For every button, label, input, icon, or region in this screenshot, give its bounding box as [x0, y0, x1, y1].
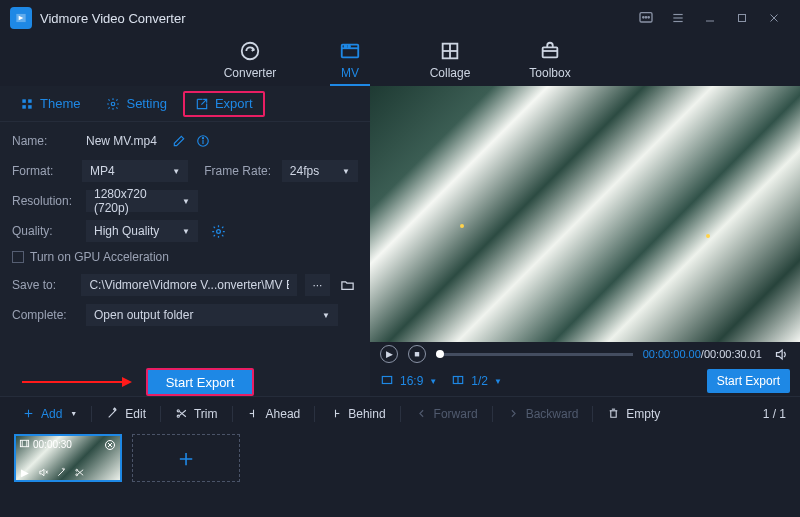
split-dropdown[interactable]: 1/2 ▼: [451, 373, 502, 390]
format-value: MP4: [90, 164, 115, 178]
nav-converter-label: Converter: [224, 66, 277, 80]
start-export-button[interactable]: Start Export: [146, 368, 254, 396]
clip-mute-icon[interactable]: [37, 466, 49, 478]
player-controls: ▶ ■ 00:00:00.00/00:00:30.01: [370, 342, 800, 366]
mini-start-export-button[interactable]: Start Export: [707, 369, 790, 393]
quality-value: High Quality: [94, 224, 159, 238]
nav-collage[interactable]: Collage: [420, 40, 480, 86]
wand-icon: [106, 407, 119, 420]
complete-dropdown[interactable]: Open output folder▼: [86, 304, 338, 326]
nav-mv[interactable]: MV: [320, 40, 380, 86]
subtab-theme[interactable]: Theme: [10, 91, 90, 117]
quality-settings-icon[interactable]: [210, 223, 226, 239]
volume-icon[interactable]: [772, 345, 790, 363]
progress-bar[interactable]: [436, 353, 633, 356]
forward-label: Forward: [434, 407, 478, 421]
clip-thumbnail[interactable]: 00:00:30 ▶: [14, 434, 122, 482]
film-icon: [19, 438, 30, 451]
svg-rect-23: [28, 105, 32, 109]
scissors-icon: [175, 407, 188, 420]
open-folder-icon[interactable]: [338, 274, 358, 296]
backward-label: Backward: [526, 407, 579, 421]
chevron-down-icon: ▼: [182, 197, 190, 206]
export-icon: [195, 97, 209, 111]
aspect-dropdown[interactable]: 16:9 ▼: [380, 373, 437, 390]
app-logo: [10, 7, 32, 29]
saveto-path[interactable]: C:\Vidmore\Vidmore V...onverter\MV Expor…: [81, 274, 297, 296]
saveto-value: C:\Vidmore\Vidmore V...onverter\MV Expor…: [89, 278, 289, 292]
play-button[interactable]: ▶: [380, 345, 398, 363]
mv-left-panel: Theme Setting Export Name: New MV.mp4: [0, 86, 370, 396]
svg-point-27: [202, 138, 203, 139]
checkbox-icon: [12, 251, 24, 263]
ahead-icon: [247, 407, 260, 420]
nav-mv-label: MV: [341, 66, 359, 80]
chevron-down-icon: ▼: [172, 167, 180, 176]
close-icon[interactable]: [758, 2, 790, 34]
stop-button[interactable]: ■: [408, 345, 426, 363]
edit-name-icon[interactable]: [171, 133, 187, 149]
svg-rect-21: [28, 99, 32, 103]
subtab-setting-label: Setting: [126, 96, 166, 111]
chevron-down-icon: ▼: [342, 167, 350, 176]
mv-sub-tabs: Theme Setting Export: [0, 86, 370, 122]
empty-button[interactable]: Empty: [599, 402, 668, 426]
nav-converter[interactable]: Converter: [220, 40, 280, 86]
svg-point-28: [216, 229, 220, 233]
resolution-value: 1280x720 (720p): [94, 187, 176, 215]
empty-label: Empty: [626, 407, 660, 421]
clip-trim-icon[interactable]: [73, 466, 85, 478]
saveto-label: Save to:: [12, 278, 73, 292]
browse-button[interactable]: ···: [305, 274, 329, 296]
time-display: 00:00:00.00/00:00:30.01: [643, 348, 762, 360]
annotation-arrow: [22, 377, 132, 387]
preview-panel: ▶ ■ 00:00:00.00/00:00:30.01 16:9 ▼ 1/2 ▼…: [370, 86, 800, 396]
add-button[interactable]: Add ▼: [14, 402, 85, 426]
preview-area[interactable]: [370, 86, 800, 342]
plus-icon: ＋: [174, 442, 198, 474]
trim-label: Trim: [194, 407, 218, 421]
format-label: Format:: [12, 164, 74, 178]
svg-point-14: [348, 46, 350, 48]
chevron-left-icon: [415, 407, 428, 420]
backward-button[interactable]: Backward: [499, 402, 587, 426]
quality-label: Quality:: [12, 224, 78, 238]
subtab-export[interactable]: Export: [183, 91, 265, 117]
trim-button[interactable]: Trim: [167, 402, 226, 426]
feedback-icon[interactable]: [630, 2, 662, 34]
edit-button[interactable]: Edit: [98, 402, 154, 426]
nav-collage-label: Collage: [430, 66, 471, 80]
nav-toolbox-label: Toolbox: [529, 66, 570, 80]
minimize-icon[interactable]: [694, 2, 726, 34]
menu-icon[interactable]: [662, 2, 694, 34]
ahead-button[interactable]: Ahead: [239, 402, 309, 426]
mini-start-export-label: Start Export: [717, 374, 780, 388]
gpu-checkbox-row[interactable]: Turn on GPU Acceleration: [12, 250, 358, 264]
nav-toolbox[interactable]: Toolbox: [520, 40, 580, 86]
plus-icon: [22, 407, 35, 420]
add-clip-button[interactable]: ＋: [132, 434, 240, 482]
clip-play-icon[interactable]: ▶: [19, 466, 31, 478]
quality-dropdown[interactable]: High Quality▼: [86, 220, 198, 242]
svg-point-2: [645, 17, 646, 18]
add-label: Add: [41, 407, 62, 421]
subtab-setting[interactable]: Setting: [96, 91, 176, 117]
export-form: Name: New MV.mp4 Format: MP4▼ Frame Rate…: [0, 122, 370, 396]
preview-subcontrols: 16:9 ▼ 1/2 ▼ Start Export: [370, 366, 800, 396]
ahead-label: Ahead: [266, 407, 301, 421]
clip-edit-icon[interactable]: [55, 466, 67, 478]
framerate-dropdown[interactable]: 24fps▼: [282, 160, 358, 182]
resolution-dropdown[interactable]: 1280x720 (720p)▼: [86, 190, 198, 212]
theme-icon: [20, 97, 34, 111]
chevron-down-icon: ▼: [429, 377, 437, 386]
format-dropdown[interactable]: MP4▼: [82, 160, 188, 182]
forward-button[interactable]: Forward: [407, 402, 486, 426]
clip-duration-text: 00:00:30: [33, 439, 72, 450]
edit-label: Edit: [125, 407, 146, 421]
clip-remove-icon[interactable]: [103, 438, 117, 452]
behind-button[interactable]: Behind: [321, 402, 393, 426]
name-value: New MV.mp4: [86, 134, 157, 148]
maximize-icon[interactable]: [726, 2, 758, 34]
info-icon[interactable]: [195, 133, 211, 149]
svg-rect-29: [382, 376, 391, 383]
